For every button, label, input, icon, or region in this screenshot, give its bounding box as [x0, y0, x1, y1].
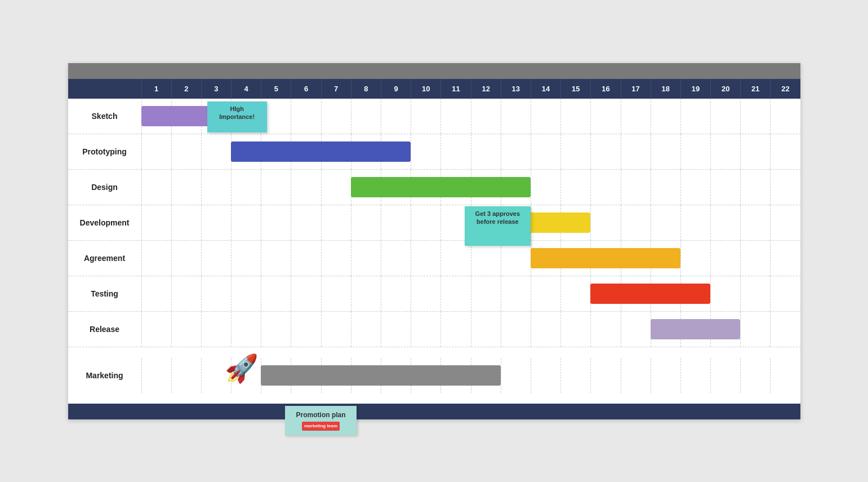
day-header-4: 4: [231, 79, 261, 99]
gantt-chart: 12345678910111213141516171819202122 Sket…: [68, 63, 800, 419]
day-header-13: 13: [501, 79, 531, 99]
gantt-row-sketch: SketchHIgh Importance!: [68, 99, 800, 134]
day-header-16: 16: [590, 79, 620, 99]
row-label-design: Design: [68, 177, 141, 197]
marketing-team-badge: marketing team: [302, 422, 340, 430]
day-header-1: 1: [141, 79, 171, 99]
sticky-promotion-plan: Promotion planmarketing team: [285, 406, 357, 435]
bar-testing: [590, 284, 710, 304]
gantt-row-development: DevelopmentGet 3 approves before release: [68, 205, 800, 241]
sticky-get-approves: Get 3 approves before release: [465, 206, 531, 246]
day-header-19: 19: [680, 79, 710, 99]
row-label-development: Development: [68, 213, 141, 233]
row-label-release: Release: [68, 319, 141, 339]
row-label-marketing: Marketing: [68, 365, 141, 386]
row-grid-development: Get 3 approves before release: [141, 205, 800, 240]
day-header-18: 18: [651, 79, 680, 99]
day-header-8: 8: [351, 79, 381, 99]
rocket-icon: 🚀: [225, 353, 259, 384]
day-header-14: 14: [531, 79, 560, 99]
row-label-sketch: Sketch: [68, 106, 141, 126]
gantt-row-prototyping: Prototyping: [68, 134, 800, 170]
row-grid-release: [141, 312, 800, 347]
day-header-6: 6: [291, 79, 321, 99]
day-header-12: 12: [471, 79, 501, 99]
day-header-5: 5: [261, 79, 291, 99]
day-columns: 12345678910111213141516171819202122: [141, 79, 800, 99]
gantt-body: SketchHIgh Importance!PrototypingDesignD…: [68, 99, 800, 404]
day-header-15: 15: [560, 79, 590, 99]
bar-prototyping: [231, 141, 411, 162]
day-header-17: 17: [621, 79, 651, 99]
day-header-10: 10: [411, 79, 440, 99]
row-label-agreement: Agreement: [68, 248, 141, 268]
footer-bar: [68, 404, 800, 419]
day-header-11: 11: [440, 79, 470, 99]
day-header-3: 3: [201, 79, 231, 99]
promotion-plan-text: Promotion plan: [291, 410, 351, 420]
row-label-testing: Testing: [68, 284, 141, 304]
day-header-2: 2: [171, 79, 201, 99]
bar-release: [651, 319, 741, 339]
day-header-22: 22: [770, 79, 800, 99]
row-grid-agreement: [141, 241, 800, 276]
bar-design: [351, 177, 531, 197]
day-header-21: 21: [740, 79, 770, 99]
bar-marketing: [261, 365, 500, 386]
gantt-row-release: Release: [68, 312, 800, 347]
row-grid-design: [141, 170, 800, 205]
sticky-high-importance: HIgh Importance!: [207, 101, 267, 132]
row-grid-testing: [141, 276, 800, 311]
row-grid-sketch: HIgh Importance!: [141, 99, 800, 134]
row-grid-marketing: 🚀Promotion planmarketing team: [141, 358, 800, 393]
calendar-header-row: 12345678910111213141516171819202122: [68, 79, 800, 99]
gantt-row-design: Design: [68, 170, 800, 205]
gantt-row-marketing: Marketing🚀Promotion planmarketing team: [68, 347, 800, 404]
gantt-row-testing: Testing: [68, 276, 800, 312]
row-label-prototyping: Prototyping: [68, 141, 141, 162]
chart-header: [68, 63, 800, 79]
row-grid-prototyping: [141, 134, 800, 169]
day-header-20: 20: [710, 79, 740, 99]
day-header-7: 7: [321, 79, 351, 99]
bar-agreement: [531, 248, 680, 268]
gantt-row-agreement: Agreement: [68, 241, 800, 276]
day-header-9: 9: [381, 79, 411, 99]
